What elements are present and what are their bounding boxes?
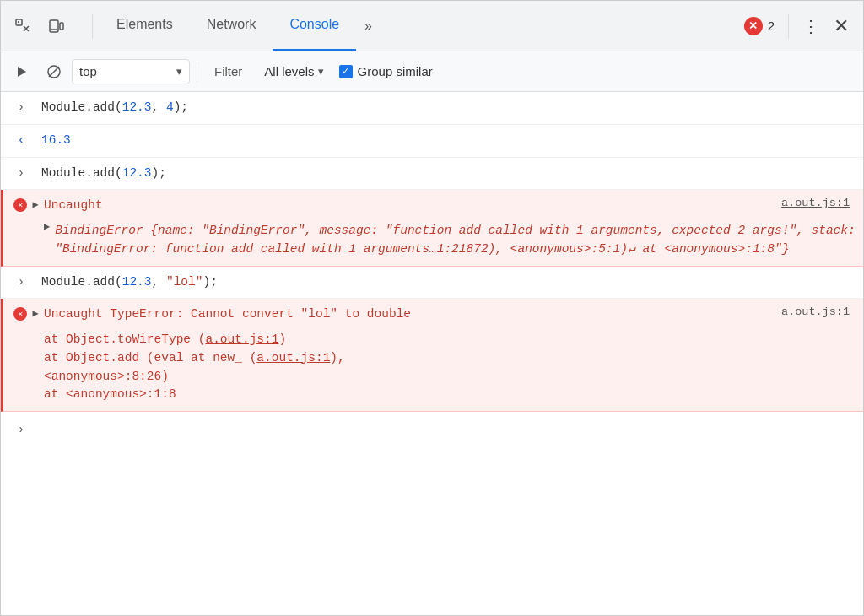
tab-more-button[interactable]: » [356,1,381,51]
error-content-2: Uncaught TypeError: Cannot convert "lol"… [44,302,768,327]
error-gutter-1: ✕ ▶ [3,193,44,212]
device-toggle-button[interactable] [41,11,72,41]
error-main-text-1: Uncaught [44,198,103,212]
output-text-1: 16.3 [41,133,71,147]
levels-dropdown[interactable]: All levels ▾ [256,59,332,84]
input-arrow-icon-1: › [18,100,24,114]
error-badge: ✕ 2 [744,17,775,35]
row-gutter-2: ‹ [1,128,41,147]
input-text-1: Module.add(12.3, 4); [41,100,188,114]
error-x-icon-1: ✕ [14,198,27,212]
input-text-3: Module.add(12.3, "lol"); [41,275,218,289]
tab-divider-right [788,14,789,39]
input-arrow-icon-2: › [18,166,24,180]
row-gutter-1: › [1,95,41,114]
console-error-row-1: ✕ ▶ Uncaught a.out.js:1 ▶ BindingError {… [1,190,863,266]
error-link-2[interactable]: a.out.js:1 [768,302,856,318]
levels-label: All levels [264,64,314,78]
tab-elements[interactable]: Elements [100,1,190,51]
console-error-row-2: ✕ ▶ Uncaught TypeError: Cannot convert "… [1,299,863,412]
error-detail-line-2: at Object.add (eval at new_ (a.out.js:1)… [44,349,856,368]
row-gutter-5: › [1,270,41,289]
tab-network[interactable]: Network [190,1,273,51]
svg-rect-2 [60,23,63,30]
filter-button[interactable]: Filter [204,59,252,84]
tab-bar: Elements Network Console » ✕ 2 ⋮ ✕ [1,1,863,51]
error-main-text-2: Uncaught TypeError: Cannot convert "lol"… [44,307,411,321]
output-arrow-icon-1: ‹ [18,133,24,147]
context-selector[interactable]: top ▾ [72,59,190,84]
input-text-2: Module.add(12.3); [41,166,166,180]
levels-arrow-icon: ▾ [318,65,324,78]
error-x-icon-2: ✕ [14,307,27,321]
input-arrow-icon-3: › [18,275,24,289]
error-gutter-2: ✕ ▶ [3,302,44,321]
error-detail-line-4: at <anonymous>:1:8 [44,386,856,404]
error-x-icon: ✕ [744,17,763,35]
prompt-icon: › [18,423,24,436]
svg-marker-4 [18,67,26,77]
group-similar-checkbox[interactable]: ✓ [339,65,353,78]
expand-arrow-2[interactable]: ▶ [32,307,38,320]
group-similar-label: Group similar [358,64,433,78]
svg-line-6 [49,67,59,77]
error-count: 2 [768,19,775,33]
error-detail-line-1: at Object.toWireType (a.out.js:1) [44,331,856,349]
filter-divider [197,62,197,82]
context-arrow-icon: ▾ [176,65,182,78]
expand-arrow-1[interactable]: ▶ [32,198,38,211]
tab-console[interactable]: Console [273,1,356,51]
svg-rect-1 [50,20,58,32]
context-value: top [79,64,171,78]
row-gutter-3: › [1,161,41,180]
close-devtools-button[interactable]: ✕ [826,11,856,41]
error-detail-2: at Object.toWireType (a.out.js:1) at Obj… [44,327,856,408]
error-content-1: Uncaught [44,193,768,219]
clear-console-button[interactable] [40,57,68,86]
error-detail-1: BindingError {name: "BindingError", mess… [55,219,856,262]
console-input-row-3: › Module.add(12.3, "lol"); [1,267,863,300]
tab-divider-left [92,14,93,39]
row-content-5: Module.add(12.3, "lol"); [41,270,856,295]
error-detail-line-3: <anonymous>:8:26) [44,368,856,386]
error-link-1[interactable]: a.out.js:1 [768,193,856,209]
error-detail-text-1: BindingError {name: "BindingError", mess… [55,224,855,256]
inspect-element-button[interactable] [8,11,38,41]
execute-button[interactable] [8,57,36,86]
console-input-field[interactable] [41,420,856,434]
row-content-1: Module.add(12.3, 4); [41,95,856,121]
console-input-row-2: › Module.add(12.3); [1,158,863,191]
console-input-line: › [1,412,863,442]
row-content-2: 16.3 [41,128,856,154]
group-similar-toggle[interactable]: ✓ Group similar [339,64,433,78]
console-output-row-1: ‹ 16.3 [1,125,863,158]
console-input-row-1: › Module.add(12.3, 4); [1,92,863,125]
expand-arrow-1b[interactable]: ▶ [44,220,50,233]
input-gutter: › [1,418,41,436]
console-content: › Module.add(12.3, 4); ‹ 16.3 › Module.a… [1,92,863,616]
devtools-icons [8,11,72,41]
row-content-3: Module.add(12.3); [41,161,856,186]
console-toolbar: top ▾ Filter All levels ▾ ✓ Group simila… [1,51,863,92]
kebab-menu-button[interactable]: ⋮ [796,11,826,41]
